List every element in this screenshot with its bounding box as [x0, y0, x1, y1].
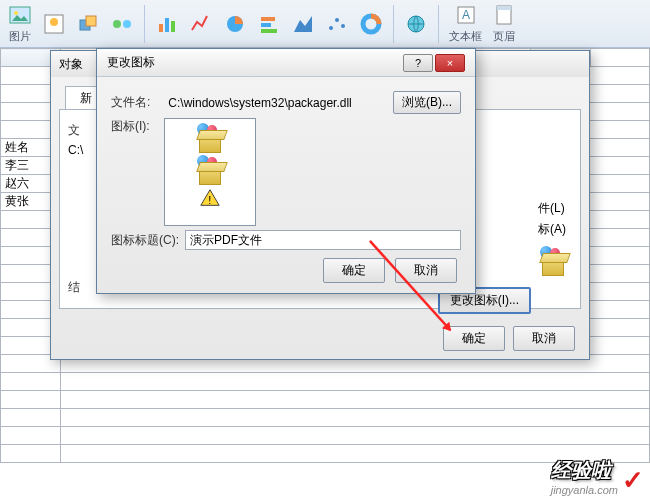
clipart-icon [42, 12, 66, 36]
file-path-prefix: C:\ [68, 143, 83, 157]
ribbon-separator [144, 5, 145, 43]
donut-chart-icon [359, 12, 383, 36]
header-footer-icon [492, 3, 516, 27]
svg-rect-5 [86, 16, 96, 26]
textbox-icon: A [454, 3, 478, 27]
shapes-icon [76, 12, 100, 36]
package-icon[interactable] [195, 123, 225, 153]
svg-point-3 [50, 18, 58, 26]
svg-point-6 [113, 20, 121, 28]
warning-icon[interactable]: ! [198, 187, 222, 209]
bar-chart-icon [257, 12, 281, 36]
svg-rect-8 [159, 24, 163, 32]
change-icon-ok-button[interactable]: 确定 [323, 258, 385, 283]
ribbon-picture-label: 图片 [9, 29, 31, 44]
change-icon-title: 更改图标 [107, 54, 401, 71]
display-as-label: 件(L) [538, 200, 568, 217]
package-icon-2[interactable] [195, 155, 225, 185]
help-button[interactable]: ? [403, 54, 433, 72]
svg-point-16 [335, 18, 339, 22]
filename-value: C:\windows\system32\packager.dll [156, 96, 387, 110]
svg-point-15 [329, 26, 333, 30]
ribbon-pie-chart[interactable] [219, 10, 251, 38]
svg-rect-13 [261, 23, 271, 27]
svg-rect-14 [261, 29, 277, 33]
watermark: 经验啦 jingyanla.com ✓ [551, 457, 644, 496]
ribbon-clipart[interactable] [38, 10, 70, 38]
svg-text:A: A [462, 8, 470, 22]
ribbon-bar-chart[interactable] [253, 10, 285, 38]
filename-label: 文件名: [111, 94, 150, 111]
scatter-chart-icon [325, 12, 349, 36]
ribbon-scatter-chart[interactable] [321, 10, 353, 38]
svg-rect-23 [497, 6, 511, 10]
caption-label: 图标标题(C): [111, 232, 179, 249]
ribbon-separator-2 [393, 5, 394, 43]
ribbon-column-chart[interactable] [151, 10, 183, 38]
ribbon-line-chart[interactable] [185, 10, 217, 38]
svg-rect-12 [261, 17, 275, 21]
result-label: 结 [68, 279, 80, 296]
change-icon-titlebar[interactable]: 更改图标 ? × [97, 49, 475, 77]
package-icon-preview [538, 246, 568, 276]
column-chart-icon [155, 12, 179, 36]
area-chart-icon [291, 12, 315, 36]
svg-rect-9 [165, 18, 169, 32]
pie-chart-icon [223, 12, 247, 36]
svg-rect-10 [171, 21, 175, 32]
icon-listbox[interactable]: ! [164, 118, 256, 226]
ribbon-textbox-label: 文本框 [449, 29, 482, 44]
svg-text:!: ! [208, 194, 211, 206]
object-cancel-button[interactable]: 取消 [513, 326, 575, 351]
ribbon-textbox[interactable]: A 文本框 [445, 1, 486, 46]
ribbon-smartart[interactable] [106, 10, 138, 38]
svg-point-7 [123, 20, 131, 28]
close-button[interactable]: × [435, 54, 465, 72]
ribbon-header-footer[interactable]: 页眉 [488, 1, 520, 46]
checkmark-icon: ✓ [622, 465, 644, 496]
file-label: 文 [68, 122, 80, 139]
hyperlink-icon [404, 12, 428, 36]
ribbon-hyperlink[interactable] [400, 10, 432, 38]
svg-point-17 [341, 24, 345, 28]
caption-input[interactable] [185, 230, 461, 250]
icon-list-label: 图标(I): [111, 118, 150, 135]
ribbon: 图片 A 文本框 页眉 [0, 0, 650, 48]
smartart-icon [110, 12, 134, 36]
ribbon-area-chart[interactable] [287, 10, 319, 38]
picture-icon [8, 3, 32, 27]
show-icon-label: 标(A) [538, 221, 568, 238]
ribbon-shapes[interactable] [72, 10, 104, 38]
ribbon-header-label: 页眉 [493, 29, 515, 44]
ribbon-separator-3 [438, 5, 439, 43]
watermark-text: 经验啦 [551, 457, 618, 484]
line-chart-icon [189, 12, 213, 36]
change-icon-dialog: 更改图标 ? × 文件名: C:\windows\system32\packag… [96, 48, 476, 294]
ribbon-picture[interactable]: 图片 [4, 1, 36, 46]
svg-point-1 [14, 11, 18, 15]
browse-button[interactable]: 浏览(B)... [393, 91, 461, 114]
ribbon-other-chart[interactable] [355, 10, 387, 38]
watermark-url: jingyanla.com [551, 484, 618, 496]
